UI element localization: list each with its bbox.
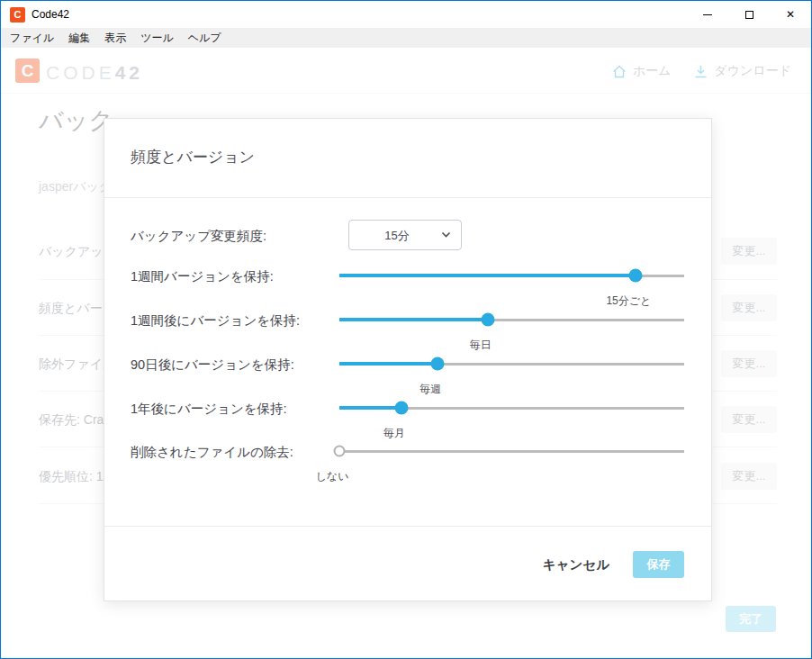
window-controls: ✕	[687, 1, 811, 28]
slider-label: 90日後にバージョンを保持:	[131, 357, 294, 374]
slider-thumb[interactable]	[629, 269, 643, 283]
slider-fill	[339, 318, 488, 321]
close-icon: ✕	[786, 9, 795, 20]
dialog-footer-divider	[104, 526, 711, 527]
chevron-down-icon	[441, 231, 451, 239]
menu-help[interactable]: ヘルプ	[181, 28, 229, 48]
slider-value-label: しない	[316, 469, 349, 484]
app-window: C Code42 ✕ ファイル 編集 表示 ツール ヘルプ C CODE42 ホ…	[0, 0, 812, 659]
menu-tools[interactable]: ツール	[133, 28, 181, 48]
window-title: Code42	[32, 8, 69, 21]
cancel-button[interactable]: キャンセル	[543, 556, 609, 573]
slider-track[interactable]: 15分ごと	[339, 254, 684, 297]
menu-edit[interactable]: 編集	[61, 28, 97, 48]
slider-fill	[339, 362, 438, 366]
maximize-icon	[745, 11, 753, 19]
slider-label: 1年後にバージョンを保持:	[131, 401, 287, 418]
title-bar: C Code42 ✕	[1, 1, 811, 28]
slider-track[interactable]: 毎月	[339, 386, 684, 429]
slider-remove-deleted-files: 削除されたファイルの除去: しない	[104, 429, 711, 483]
slider-track[interactable]: 毎日	[339, 298, 684, 341]
dialog-footer: キャンセル 保存	[104, 542, 711, 587]
dialog-title: 頻度とバージョン	[131, 147, 255, 167]
slider-thumb[interactable]	[394, 402, 408, 415]
backup-frequency-dropdown[interactable]: 15分	[348, 220, 462, 250]
slider-thumb[interactable]	[481, 313, 494, 327]
maximize-button[interactable]	[728, 1, 770, 28]
dialog-header-divider	[104, 197, 711, 198]
save-button[interactable]: 保存	[633, 551, 684, 578]
menu-file[interactable]: ファイル	[3, 28, 61, 48]
menu-bar: ファイル 編集 表示 ツール ヘルプ	[1, 28, 811, 48]
app-icon: C	[10, 7, 25, 23]
menu-view[interactable]: 表示	[97, 28, 133, 48]
slider-label: 1週間後にバージョンを保持:	[131, 312, 300, 330]
minimize-icon	[703, 14, 712, 15]
close-button[interactable]: ✕	[770, 1, 811, 28]
backup-frequency-label: バックアップ変更頻度:	[131, 228, 266, 245]
slider-thumb[interactable]	[431, 357, 445, 371]
frequency-versions-dialog: 頻度とバージョン バックアップ変更頻度: 15分 1週間バージョンを保持: 15…	[104, 118, 712, 601]
minimize-button[interactable]	[687, 1, 728, 28]
slider-fill	[339, 406, 401, 410]
slider-label: 1週間バージョンを保持:	[131, 268, 274, 285]
slider-rail	[339, 450, 684, 453]
slider-track[interactable]: 毎週	[339, 342, 684, 385]
slider-fill	[339, 274, 636, 277]
slider-label: 削除されたファイルの除去:	[131, 444, 293, 461]
slider-track[interactable]: しない	[339, 429, 684, 473]
slider-thumb[interactable]	[334, 446, 346, 457]
